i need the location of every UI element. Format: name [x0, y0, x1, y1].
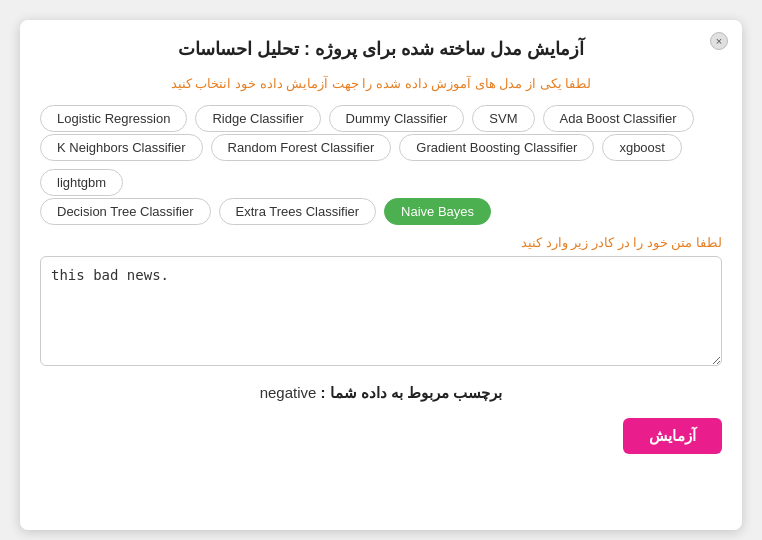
classifier-row-2: K Neighbors ClassifierRandom Forest Clas… — [40, 134, 722, 196]
result-label-value: negative — [260, 384, 317, 401]
main-window: × آزمایش مدل ساخته شده برای پروژه : تحلی… — [20, 20, 742, 530]
page-title: آزمایش مدل ساخته شده برای پروژه : تحلیل … — [40, 38, 722, 60]
classifier-btn-dummy[interactable]: Dummy Classifier — [329, 105, 465, 132]
classifier-btn-extratrees[interactable]: Extra Trees Classifier — [219, 198, 377, 225]
classifier-btn-kneighbors[interactable]: K Neighbors Classifier — [40, 134, 203, 161]
classifier-btn-ridge[interactable]: Ridge Classifier — [195, 105, 320, 132]
classifier-btn-logistic[interactable]: Logistic Regression — [40, 105, 187, 132]
close-button[interactable]: × — [710, 32, 728, 50]
classifier-btn-randomforest[interactable]: Random Forest Classifier — [211, 134, 392, 161]
classifier-btn-svm[interactable]: SVM — [472, 105, 534, 132]
result-label-title: برچسب مربوط به داده شما : — [321, 384, 503, 401]
classifier-btn-naivebayes[interactable]: Naive Bayes — [384, 198, 491, 225]
test-button[interactable]: آزمایش — [623, 418, 722, 454]
text-input[interactable] — [40, 256, 722, 366]
classifier-btn-xgboost[interactable]: xgboost — [602, 134, 682, 161]
classifier-row-3: Decision Tree ClassifierExtra Trees Clas… — [40, 198, 722, 225]
classifier-btn-adaboost[interactable]: Ada Boost Classifier — [543, 105, 694, 132]
classifier-btn-decisiontree[interactable]: Decision Tree Classifier — [40, 198, 211, 225]
subtitle-label: لطفا یکی از مدل های آموزش داده شده را جه… — [40, 76, 722, 91]
result-label-row: برچسب مربوط به داده شما : negative — [40, 384, 722, 402]
classifier-btn-lightgbm[interactable]: lightgbm — [40, 169, 123, 196]
classifier-row-1: Logistic RegressionRidge ClassifierDummy… — [40, 105, 722, 132]
classifier-btn-gradientboosting[interactable]: Gradient Boosting Classifier — [399, 134, 594, 161]
input-label: لطفا متن خود را در کادر زیر وارد کنید — [40, 235, 722, 250]
